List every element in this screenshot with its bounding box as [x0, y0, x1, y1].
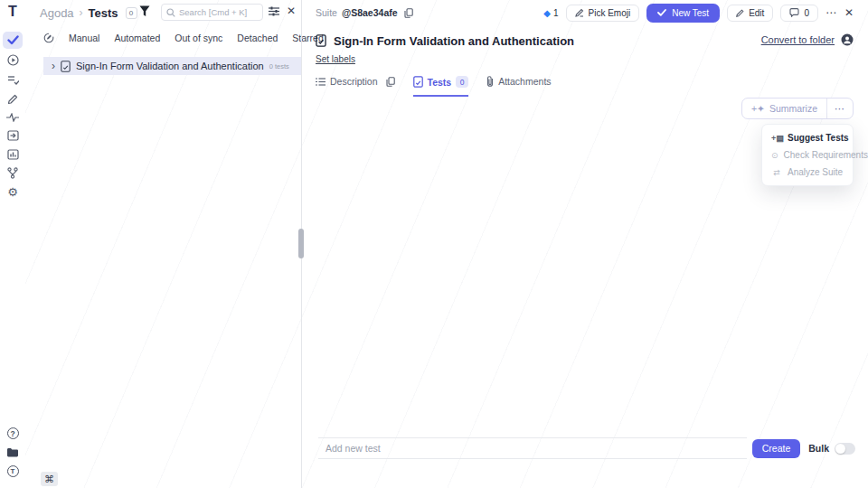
filter-tabs: Manual Automated Out of sync Detached St… [43, 33, 324, 43]
check-icon [7, 35, 19, 45]
search-input[interactable] [179, 7, 258, 17]
menu-item-analyze-suite[interactable]: ⇄ Analyze Suite [762, 164, 853, 181]
sidebar-item-analytics[interactable] [3, 108, 23, 126]
tab-description-label: Description [330, 76, 378, 87]
comment-icon [789, 8, 799, 17]
sidebar-item-reports[interactable] [3, 145, 23, 163]
suite-tree-title: Sign-In Form Validation and Authenticati… [76, 61, 264, 71]
summarize-button[interactable]: +✦ Summarize [742, 99, 826, 118]
suite-tree-count: 0 tests [269, 62, 289, 70]
keyboard-shortcuts-button[interactable]: ⌘ [41, 472, 58, 486]
app-logo[interactable]: T [0, 4, 25, 20]
tab-attachments[interactable]: Attachments [486, 76, 551, 94]
emoji-pen-icon [575, 8, 584, 17]
menu-item-check-requirements[interactable]: ⊙ Check Requirements [762, 146, 853, 164]
edit-button[interactable]: Edit [727, 5, 773, 22]
tab-tests[interactable]: Tests 0 [413, 76, 469, 97]
summarize-label: Summarize [769, 103, 817, 114]
close-panel-button[interactable]: ✕ [287, 5, 296, 17]
summarize-more-button[interactable]: ⋯ [826, 99, 853, 118]
menu-item-label: Check Requirements [784, 150, 868, 160]
sync-edit-icon[interactable] [43, 33, 54, 43]
bulk-toggle[interactable] [835, 443, 855, 455]
suite-tree-row[interactable]: › Sign-In Form Validation and Authentica… [43, 57, 301, 75]
sidebar-item-tests[interactable] [3, 32, 23, 49]
breadcrumb: Agoda › Tests 0 [40, 4, 137, 22]
copy-suite-id-button[interactable] [404, 8, 413, 18]
ai-actions-menu: +▤ Suggest Tests ⊙ Check Requirements ⇄ … [761, 124, 854, 186]
menu-item-label: Suggest Tests [788, 133, 849, 143]
convert-to-folder-link[interactable]: Convert to folder [761, 34, 835, 45]
sidebar-item-branches[interactable] [3, 164, 23, 182]
new-test-button[interactable]: New Test [646, 4, 720, 23]
left-icon-rail: T [0, 0, 25, 488]
tab-out-of-sync[interactable]: Out of sync [175, 33, 222, 43]
panel-resize-handle[interactable] [298, 229, 304, 258]
tab-tests-label: Tests [428, 77, 452, 88]
breadcrumb-section[interactable]: Tests [89, 6, 118, 20]
chevron-right-icon[interactable]: › [52, 60, 55, 72]
tests-count-badge: 0 [126, 7, 137, 19]
tab-manual[interactable]: Manual [69, 33, 99, 43]
brand-button[interactable]: T [3, 463, 23, 480]
branch-count: 1 [553, 8, 559, 18]
command-icon: ⌘ [44, 474, 54, 485]
breadcrumb-project[interactable]: Agoda [40, 6, 74, 20]
tab-automated[interactable]: Automated [114, 33, 160, 43]
search-box [161, 4, 263, 21]
box-arrow-icon [7, 130, 19, 141]
tab-detached[interactable]: Detached [237, 33, 278, 43]
chart-box-icon [7, 149, 19, 160]
create-button[interactable]: Create [752, 439, 801, 458]
sidebar-item-editor[interactable] [3, 90, 23, 108]
tab-description[interactable]: Description [316, 76, 395, 94]
check-requirements-icon: ⊙ [771, 151, 778, 160]
branch-count-group[interactable]: ◆ 1 [543, 8, 558, 18]
detail-title-group: Sign-In Form Validation and Authenticati… [316, 33, 574, 49]
sidebar-item-runs[interactable] [3, 52, 23, 69]
sidebar-item-settings[interactable]: ⚙ [3, 183, 23, 201]
detail-title: Sign-In Form Validation and Authenticati… [334, 34, 574, 48]
menu-item-suggest-tests[interactable]: +▤ Suggest Tests [762, 129, 853, 146]
bulk-label: Bulk [808, 443, 829, 454]
tab-attachments-label: Attachments [498, 76, 551, 87]
close-detail-button[interactable]: ✕ [844, 6, 854, 19]
more-actions-button[interactable]: ⋯ [826, 6, 837, 19]
pulse-icon [6, 113, 19, 122]
edit-label: Edit [749, 8, 764, 18]
analyze-suite-icon: ⇄ [771, 168, 782, 177]
add-test-input[interactable] [318, 437, 747, 459]
comments-button[interactable]: 0 [780, 5, 818, 22]
funnel-icon [139, 5, 150, 17]
new-test-label: New Test [672, 8, 709, 18]
help-button[interactable]: ? [3, 425, 23, 442]
search-icon [166, 8, 175, 17]
detail-tabs: Description Tests 0 Attachments [316, 76, 552, 97]
tab-tests-count-badge: 0 [456, 76, 468, 88]
set-labels-link[interactable]: Set labels [316, 54, 355, 64]
pencil-icon [736, 9, 744, 17]
sidebar-item-plans[interactable] [3, 71, 23, 89]
suggest-tests-icon: +▤ [771, 134, 782, 143]
ai-sparkle-icon: +✦ [751, 103, 765, 114]
pick-emoji-button[interactable]: Pick Emoji [566, 5, 640, 22]
help-icon: ? [7, 427, 19, 439]
branch-icon [7, 167, 18, 179]
suite-actions: ◆ 1 Pick Emoji New Test Edit 0 [543, 3, 854, 23]
copy-description-icon[interactable] [386, 77, 395, 87]
avatar[interactable] [841, 33, 854, 46]
toggle-knob [835, 444, 845, 454]
sidebar-item-import[interactable] [3, 127, 23, 144]
list-icon [316, 78, 326, 86]
list-check-icon [7, 75, 19, 85]
filter-settings-button[interactable] [269, 6, 279, 16]
filter-button[interactable] [139, 5, 150, 17]
pencil-icon [7, 94, 18, 105]
test-doc-icon [413, 76, 423, 88]
projects-button[interactable] [3, 444, 23, 461]
check-icon [657, 9, 666, 16]
diamond-icon: ◆ [543, 8, 551, 18]
play-circle-icon [7, 54, 19, 66]
breadcrumb-separator-icon: › [80, 6, 83, 19]
suite-id: @S8ae34afe [342, 7, 398, 18]
